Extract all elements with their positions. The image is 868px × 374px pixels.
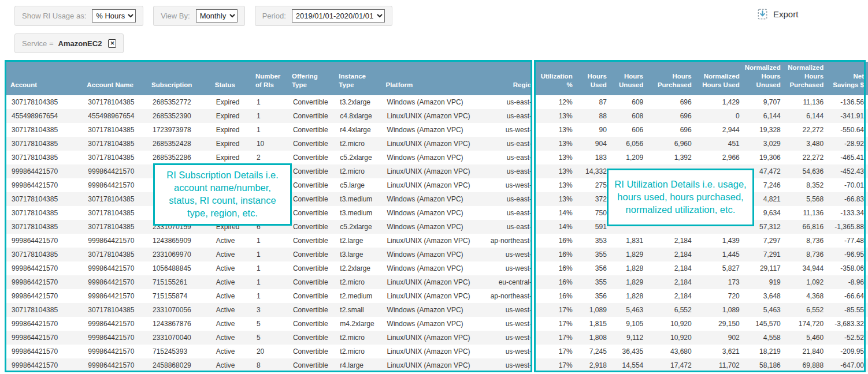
cell-offering-type: Convertible [287,358,334,372]
cell-hours-used: 372 [577,192,611,206]
cell-utilization-pct: 13% [540,137,577,151]
column-header-region[interactable]: Region [485,62,540,95]
table-row[interactable]: 9998644215709998644215701243867876Active… [6,317,868,331]
cell-account: 307178104385 [6,192,82,206]
table-row[interactable]: 3071781043853071781043852331069970Active… [6,248,868,261]
cell-offering-type: Convertible [287,178,334,192]
cell-net-savings: -550.64 [828,123,868,137]
cell-subscription [147,206,210,220]
table-row[interactable]: 9998644215709998644215702458868029Active… [6,358,868,372]
cell-net-savings: -1,365.88 [828,220,868,234]
cell-status: Expired [210,220,251,234]
export-button[interactable]: Export [756,8,798,21]
column-header-account[interactable]: Account [6,62,82,95]
table-row[interactable]: 307178104385307178104385Convertiblet3.me… [6,206,868,220]
table-row[interactable]: 3071781043853071781043851723973978Expire… [6,123,868,137]
table-row[interactable]: 3071781043853071781043852331070159Expire… [6,220,868,234]
cell-instance-type: r4.4xlarge [334,123,381,137]
view-by-select[interactable]: Monthly [196,9,238,23]
cell-hours-unused: 5,463 [611,303,647,317]
cell-region: us-west-1 [485,331,540,345]
column-header-normalized-hours-unused[interactable]: Normalized Hours Unused [744,62,785,95]
table-row[interactable]: 4554989676544554989676542685352390Expire… [6,109,868,123]
cell-platform: Windows (Amazon VPC) [381,206,485,220]
table-row[interactable]: 9998644215709998644215701056488845Active… [6,261,868,275]
table-row[interactable]: 999864421570999864421570715245393Active2… [6,345,868,358]
cell-region: ap-northeast-1 [485,289,540,303]
column-header-utilization-pct[interactable]: Utilization % [540,62,577,95]
table-row[interactable]: 3071781043853071781043852685352428Expire… [6,137,868,151]
show-ri-usage-control: Show RI Usage as: % Hours [14,6,143,26]
cell-normalized-hours-unused: 29,117 [744,261,785,275]
show-ri-usage-label: Show RI Usage as: [22,12,86,20]
cell-hours-unused: 1,829 [611,275,647,289]
toolbar: Show RI Usage as: % Hours View By: Month… [14,6,392,26]
cell-account: 999864421570 [6,275,82,289]
table-row[interactable]: 9998644215709998644215701243865909Active… [6,234,868,248]
remove-filter-icon[interactable]: ✕ [108,39,116,48]
cell-normalized-hours-used: 1,439 [696,234,744,248]
cell-offering-type: Convertible [287,220,334,234]
cell-platform: Linux/UNIX (Amazon VPC) [381,345,485,358]
table-row[interactable]: 307178104385307178104385Convertiblet3.me… [6,192,868,206]
column-header-normalized-hours-purchased[interactable]: Normalized Hours Purchased [785,62,828,95]
cell-normalized-hours-used: 1,089 [696,303,744,317]
cell-normalized-hours-purchased: 66,816 [785,220,828,234]
cell-account: 307178104385 [6,137,82,151]
cell-instance-type: c5.2xlarge [334,151,381,164]
cell-utilization-pct: 13% [540,178,577,192]
cell-net-savings: -465.41 [828,151,868,164]
column-header-hours-purchased[interactable]: Hours Purchased [647,62,695,95]
table-row[interactable]: 999864421570999864421570Convertiblec5.la… [6,178,868,192]
cell-normalized-hours-unused: 18,219 [744,345,785,358]
cell-normalized-hours-unused: 7,297 [744,234,785,248]
cell-hours-used: 1,089 [577,303,611,317]
cell-region: us-west-2 [485,123,540,137]
column-header-platform[interactable]: Platform [381,62,485,95]
cell-net-savings: -28.92 [828,137,868,151]
cell-utilization-pct: 14% [540,206,577,220]
service-filter-chip[interactable]: Service = AmazonEC2 ✕ [14,33,124,53]
cell-subscription: 715245393 [147,345,210,358]
cell-net-savings: -70.01 [828,178,868,192]
column-header-number-of-ris[interactable]: Number of RIs [251,62,287,95]
table-row[interactable]: 9998644215709998644215702331070040Active… [6,331,868,345]
cell-platform: Linux/UNIX (Amazon VPC) [381,178,485,192]
column-header-account-name[interactable]: Account Name [82,62,147,95]
table-row[interactable]: 3071781043853071781043852331070056Active… [6,303,868,317]
column-header-hours-used[interactable]: Hours Used [577,62,611,95]
show-ri-usage-select[interactable]: % Hours [92,9,136,23]
cell-offering-type: Convertible [287,248,334,261]
cell-status: Expired [210,151,251,164]
cell-net-savings: -452.43 [828,164,868,178]
period-select[interactable]: 2019/01/01-2020/01/01 [292,9,385,23]
cell-status: Active [210,248,251,261]
cell-subscription: 2331069970 [147,248,210,261]
column-header-net-savings[interactable]: Net Savings $ [828,62,868,95]
cell-hours-purchased: 2,184 [647,289,695,303]
cell-hours-unused [611,192,647,206]
column-header-offering-type[interactable]: Offering Type [287,62,334,95]
cell-status: Active [210,331,251,345]
cell-region: us-east-1 [485,220,540,234]
cell-account-name: 307178104385 [82,95,147,109]
table-row[interactable]: 999864421570999864421570Convertiblet2.mi… [6,164,868,178]
cell-normalized-hours-unused: 9,707 [744,95,785,109]
view-by-control: View By: Monthly [153,6,244,26]
cell-instance-type: t2.small [334,303,381,317]
column-header-status[interactable]: Status [210,62,251,95]
cell-subscription: 2685352286 [147,151,210,164]
cell-account-name: 999864421570 [82,331,147,345]
column-header-normalized-hours-used[interactable]: Normalized Hours Used [696,62,744,95]
column-header-subscription[interactable]: Subscription [147,62,210,95]
table-row[interactable]: 3071781043853071781043852685352286Expire… [6,151,868,164]
cell-utilization-pct: 13% [540,109,577,123]
table-row[interactable]: 3071781043853071781043852685352772Expire… [6,95,868,109]
cell-normalized-hours-used: 1,445 [696,248,744,261]
table-row[interactable]: 999864421570999864421570715155874Active1… [6,289,868,303]
table-row[interactable]: 999864421570999864421570715155261Active1… [6,275,868,289]
column-header-hours-unused[interactable]: Hours Unused [611,62,647,95]
cell-platform: Linux/UNIX (Amazon VPC) [381,331,485,345]
cell-number-of-ris [251,164,287,178]
column-header-instance-type[interactable]: Instance Type [334,62,381,95]
